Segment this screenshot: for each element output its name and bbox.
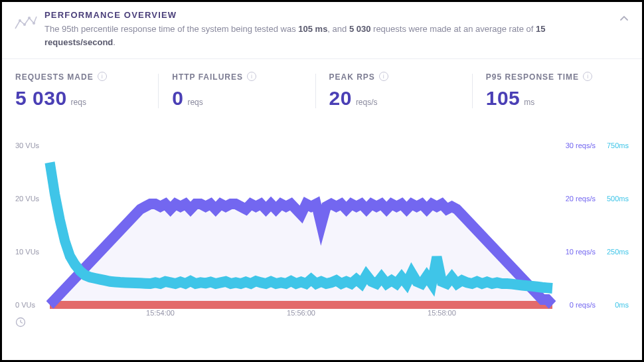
clock-icon — [15, 317, 26, 327]
sub-suffix: . — [113, 37, 116, 47]
info-icon[interactable]: i — [98, 72, 107, 81]
info-icon[interactable]: i — [583, 72, 592, 81]
y-right-reqs-tick: 20 reqs/s — [566, 195, 596, 203]
svg-point-2 — [28, 17, 31, 19]
x-tick: 15:58:00 — [428, 309, 456, 317]
header-text: PERFORMANCE OVERVIEW The 95th percentile… — [44, 10, 629, 49]
sub-mid1: , and — [327, 24, 349, 34]
collapse-toggle[interactable] — [618, 13, 630, 25]
svg-point-3 — [33, 22, 35, 25]
info-icon[interactable]: i — [247, 72, 256, 81]
svg-line-6 — [21, 322, 23, 323]
y-axis-left: 30 VUs 20 VUs 10 VUs 0 VUs — [15, 145, 47, 305]
metric-value: 105 — [486, 87, 521, 110]
metric-unit: reqs — [187, 98, 202, 107]
header-title: PERFORMANCE OVERVIEW — [44, 10, 629, 20]
metric-requests-made: REQUESTS MADE i 5 030 reqs — [15, 72, 158, 110]
metric-value: 0 — [172, 87, 183, 110]
metric-value: 20 — [329, 87, 352, 110]
metric-unit: ms — [524, 98, 534, 107]
y-left-tick: 10 VUs — [15, 248, 39, 256]
metric-unit: reqs/s — [356, 98, 378, 107]
metric-peak-rps: PEAK RPS i 20 reqs/s — [316, 72, 472, 110]
info-icon[interactable]: i — [379, 72, 388, 81]
y-right-reqs-tick: 0 reqs/s — [570, 301, 596, 309]
metrics-row: REQUESTS MADE i 5 030 reqs HTTP FAILURES… — [2, 59, 642, 119]
y-right-reqs-tick: 30 reqs/s — [566, 141, 596, 149]
sub-total: 5 030 — [349, 24, 371, 34]
metric-label: REQUESTS MADE — [15, 72, 94, 82]
metric-http-failures: HTTP FAILURES i 0 reqs — [159, 72, 315, 110]
metric-unit: reqs — [71, 98, 86, 107]
y-left-tick: 30 VUs — [15, 141, 39, 149]
sub-prefix: The 95th percentile response time of the… — [44, 24, 298, 34]
y-left-tick: 0 VUs — [15, 301, 35, 309]
metric-label: HTTP FAILURES — [172, 72, 243, 82]
metric-value: 5 030 — [15, 87, 67, 110]
plot-svg — [50, 145, 552, 305]
plot-area[interactable] — [50, 145, 552, 305]
y-right-reqs-tick: 10 reqs/s — [566, 248, 596, 256]
sub-mid2: requests were made at an average rate of — [370, 24, 536, 34]
y-right-ms-tick: 500ms — [607, 195, 629, 203]
sub-p95: 105 ms — [298, 24, 327, 34]
x-axis: 15:54:00 15:56:00 15:58:00 — [50, 305, 552, 331]
y-right-ms-tick: 0ms — [615, 301, 629, 309]
chart-icon — [13, 10, 39, 37]
y-axis-right: 30 reqs/s 750ms 20 reqs/s 500ms 10 reqs/… — [556, 145, 629, 305]
metric-label: P95 RESPONSE TIME — [486, 72, 579, 82]
header-subtitle: The 95th percentile response time of the… — [44, 23, 615, 49]
metric-p95: P95 RESPONSE TIME i 105 ms — [473, 72, 629, 110]
svg-point-0 — [19, 19, 21, 22]
x-tick: 15:56:00 — [287, 309, 315, 317]
y-right-ms-tick: 250ms — [607, 248, 629, 256]
x-tick: 15:54:00 — [146, 309, 175, 317]
performance-chart: 30 VUs 20 VUs 10 VUs 0 VUs 30 reqs/s 750… — [15, 145, 629, 331]
metric-label: PEAK RPS — [329, 72, 375, 82]
svg-point-1 — [23, 23, 26, 26]
y-right-ms-tick: 750ms — [607, 141, 629, 149]
y-left-tick: 20 VUs — [15, 195, 39, 203]
overview-header: PERFORMANCE OVERVIEW The 95th percentile… — [2, 2, 642, 59]
